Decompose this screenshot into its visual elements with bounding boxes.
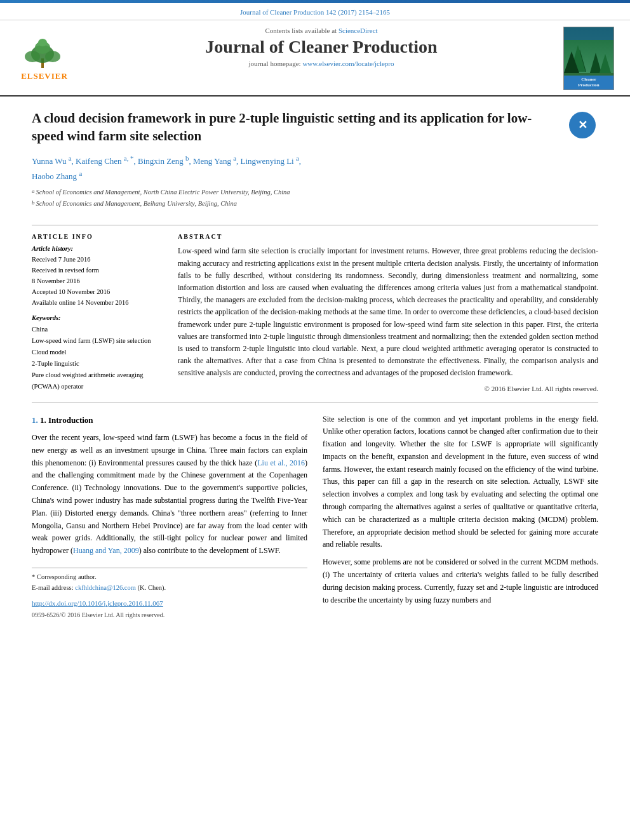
top-banner: Journal of Cleaner Production 142 (2017)…	[0, 3, 630, 20]
sup-a1: a	[69, 154, 72, 162]
sup-b1: b	[185, 154, 189, 162]
abstract-heading: ABSTRACT	[178, 233, 598, 240]
homepage-label: journal homepage:	[249, 60, 301, 67]
svg-point-5	[38, 39, 47, 46]
abstract-text: Low-speed wind farm site selection is cr…	[178, 245, 598, 379]
divider-1	[32, 225, 598, 225]
author-4: Meng Yang a	[193, 156, 236, 166]
affil-text-a: School of Economics and Management, Nort…	[36, 187, 290, 197]
affil-sup-b: b	[32, 199, 35, 208]
footnote-corresponding: * Corresponding author.	[32, 572, 307, 583]
elsevier-logo-area: ELSEVIER	[6, 27, 83, 90]
history-received: Received 7 June 2016	[32, 255, 165, 265]
affiliations: a School of Economics and Management, No…	[32, 187, 560, 209]
footnote-email: E-mail address: ckfhldchina@126.com (K. …	[32, 583, 307, 594]
authors-line: Yunna Wu a, Kaifeng Chen a, *, Bingxin Z…	[32, 153, 560, 183]
journal-cover-area: Cleaner Production	[560, 27, 617, 90]
history-accepted: Accepted 10 November 2016	[32, 287, 165, 298]
header-center: Contents lists available at ScienceDirec…	[83, 27, 560, 90]
article-info-heading: ARTICLE INFO	[32, 233, 165, 240]
article-history: Article history: Received 7 June 2016 Re…	[32, 245, 165, 308]
history-online: Available online 14 November 2016	[32, 298, 165, 309]
author-2: Kaifeng Chen a, *	[76, 156, 133, 166]
kw-pcwaa: Pure cloud weighted arithmetic averaging…	[32, 370, 165, 392]
sup-a5: a	[79, 170, 82, 177]
body-two-col: 1. 1. Introduction Over the recent years…	[32, 413, 598, 621]
sciencedirect-link[interactable]: ScienceDirect	[338, 27, 378, 34]
cover-title-line1: Cleaner	[566, 77, 612, 83]
right-para-1: Site selection is one of the common and …	[323, 413, 598, 552]
homepage-link[interactable]: www.elsevier.com/locate/jclepro	[302, 60, 394, 67]
homepage-line: journal homepage: www.elsevier.com/locat…	[89, 60, 554, 67]
article-title-text-area: A cloud decision framework in pure 2-tup…	[32, 109, 560, 215]
abstract-column: ABSTRACT Low-speed wind farm site select…	[178, 233, 598, 392]
ref-liu-2016[interactable]: Liu et al., 2016	[257, 458, 305, 467]
body-left-col: 1. 1. Introduction Over the recent years…	[32, 413, 307, 621]
article-content: A cloud decision framework in pure 2-tup…	[0, 97, 630, 633]
article-info-column: ARTICLE INFO Article history: Received 7…	[32, 233, 165, 392]
ref-huang-yan-2009[interactable]: Huang and Yan, 2009	[73, 546, 139, 555]
kw-cloud: Cloud model	[32, 347, 165, 358]
affil-2: b School of Economics and Management, Be…	[32, 199, 560, 209]
journal-title: Journal of Cleaner Production	[89, 37, 554, 57]
section-num: 1.	[32, 415, 40, 425]
doi-line: http://dx.doi.org/10.1016/j.jclepro.2016…	[32, 597, 307, 609]
history-label: Article history:	[32, 245, 165, 252]
history-revised-label: Received in revised form	[32, 265, 165, 276]
intro-heading: 1. 1. Introduction	[32, 413, 307, 427]
elsevier-wordmark: ELSEVIER	[21, 71, 68, 81]
intro-heading-text: 1. Introduction	[40, 415, 93, 425]
cover-text-overlay: Cleaner Production	[564, 76, 613, 90]
keywords-label: Keywords:	[32, 314, 165, 321]
elsevier-tree-icon	[16, 36, 73, 71]
body-divider	[32, 403, 598, 403]
kw-2tuple: 2-Tuple linguistic	[32, 358, 165, 370]
header-section: ELSEVIER Contents lists available at Sci…	[0, 20, 630, 97]
doi-link[interactable]: http://dx.doi.org/10.1016/j.jclepro.2016…	[32, 599, 163, 607]
article-title: A cloud decision framework in pure 2-tup…	[32, 109, 560, 145]
svg-rect-13	[564, 27, 614, 40]
article-title-section: A cloud decision framework in pure 2-tup…	[32, 109, 598, 215]
email-suffix: (K. Chen).	[138, 584, 166, 591]
crossmark-icon: ✕	[569, 112, 596, 138]
copyright-line: © 2016 Elsevier Ltd. All rights reserved…	[178, 385, 598, 392]
sup-a4: a	[296, 154, 299, 162]
affil-1: a School of Economics and Management, No…	[32, 187, 560, 197]
author-3: Bingxin Zeng b	[138, 156, 189, 166]
contents-line: Contents lists available at ScienceDirec…	[89, 27, 554, 34]
cover-title-line2: Production	[566, 83, 612, 88]
email-label: E-mail address:	[32, 584, 74, 591]
email-link[interactable]: ckfhldchina@126.com	[75, 584, 136, 591]
keywords-section: Keywords: China Low-speed wind farm (LSW…	[32, 314, 165, 392]
sup-a3: a	[233, 154, 236, 162]
right-para-2: However, some problems are not be consid…	[323, 556, 598, 606]
kw-lswf: Low-speed wind farm (LSWF) site selectio…	[32, 335, 165, 347]
crossmark-area[interactable]: ✕	[566, 109, 598, 141]
sup-a2: a, *	[124, 154, 134, 162]
journal-cover-image: Cleaner Production	[563, 27, 614, 90]
history-revised-date: 8 November 2016	[32, 276, 165, 287]
affil-text-b: School of Economics and Management, Beih…	[36, 199, 237, 209]
journal-ref-link[interactable]: Journal of Cleaner Production 142 (2017)…	[240, 8, 390, 16]
contents-label: Contents lists available at	[265, 27, 337, 34]
author-5: Lingwenying Li a	[241, 156, 299, 166]
issn-line: 0959-6526/© 2016 Elsevier Ltd. All right…	[32, 610, 307, 621]
affil-sup-a: a	[32, 187, 35, 196]
author-1: Yunna Wu a	[32, 156, 72, 166]
body-right-col: Site selection is one of the common and …	[323, 413, 598, 621]
footnote-section: * Corresponding author. E-mail address: …	[32, 568, 307, 594]
kw-china: China	[32, 324, 165, 335]
intro-left-para: Over the recent years, low-speed wind fa…	[32, 432, 307, 557]
author-6: Haobo Zhang a	[32, 171, 82, 181]
article-info-abstract-section: ARTICLE INFO Article history: Received 7…	[32, 233, 598, 392]
